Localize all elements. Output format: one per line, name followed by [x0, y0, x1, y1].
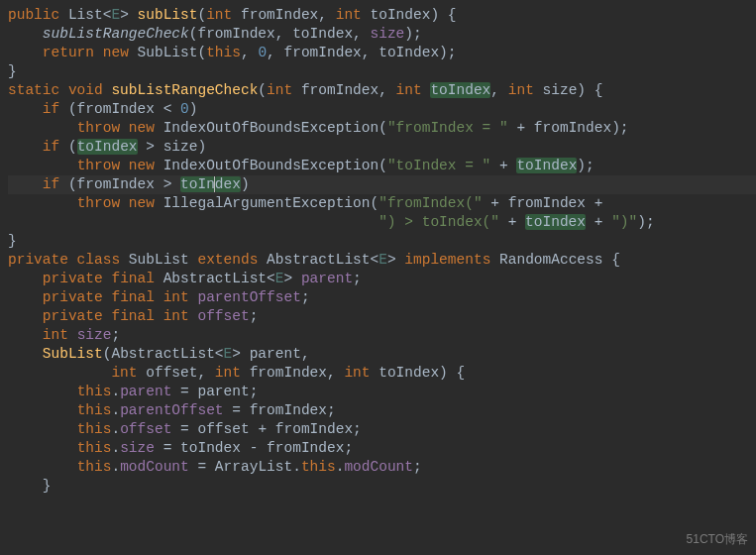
code-token: = toIndex - fromIndex;	[163, 440, 353, 456]
code-token: public	[8, 7, 68, 23]
code-token: parent	[301, 271, 353, 286]
code-token: parentOffset	[120, 402, 232, 418]
code-token: fromIndex,	[241, 7, 336, 23]
code-token: 0	[180, 101, 189, 117]
code-line[interactable]: this.parentOffset = fromIndex;	[8, 401, 756, 420]
code-token: E	[111, 7, 120, 23]
code-line[interactable]: this.parent = parent;	[8, 383, 756, 401]
code-line[interactable]: if (fromIndex < 0)	[8, 100, 756, 119]
code-line[interactable]: int offset, int fromIndex, int toIndex) …	[8, 364, 756, 383]
code-line[interactable]: this.offset = offset + fromIndex;	[8, 420, 756, 439]
code-token: 0	[258, 45, 267, 60]
code-line[interactable]: public List<E> subList(int fromIndex, in…	[8, 6, 756, 25]
code-line[interactable]: return new SubList(this, 0, fromIndex, t…	[8, 44, 756, 62]
code-token: + fromIndex +	[483, 195, 603, 211]
code-token: size	[370, 26, 404, 42]
code-token: toIndex	[525, 214, 586, 230]
code-line[interactable]: static void subListRangeCheck(int fromIn…	[8, 81, 756, 100]
code-token: List	[68, 7, 103, 23]
code-token: )	[189, 101, 198, 117]
code-token: );	[404, 26, 421, 42]
code-token: fromIndex,	[301, 82, 396, 98]
code-token: }	[8, 233, 17, 249]
code-token: int	[336, 7, 371, 23]
code-token: (fromIndex >	[68, 176, 180, 192]
code-token: , fromIndex, toIndex);	[267, 45, 456, 60]
code-token: IllegalArgumentException(	[163, 195, 379, 211]
code-token: int	[206, 7, 241, 23]
code-token: toIn	[180, 176, 215, 192]
code-line[interactable]: }	[8, 232, 756, 251]
code-token: IndexOutOfBoundsException(	[163, 120, 387, 136]
code-token: int	[396, 82, 431, 98]
code-token: ;	[413, 459, 422, 475]
code-token: this	[77, 459, 112, 475]
code-token: > parent,	[232, 346, 309, 362]
code-token: "fromIndex = "	[387, 120, 508, 136]
code-token: .	[111, 402, 120, 418]
code-line[interactable]: private final int parentOffset;	[8, 288, 756, 307]
code-editor[interactable]: public List<E> subList(int fromIndex, in…	[8, 6, 756, 496]
code-line[interactable]: if (fromIndex > toIndex)	[8, 175, 756, 194]
code-line[interactable]: private final AbstractList<E> parent;	[8, 270, 756, 288]
code-token: if	[43, 101, 68, 117]
code-token: if	[43, 139, 68, 155]
code-token: AbstractList<	[163, 271, 275, 286]
code-token: IndexOutOfBoundsException(	[163, 158, 387, 173]
code-line[interactable]: SubList(AbstractList<E> parent,	[8, 345, 756, 364]
code-line[interactable]: ") > toIndex(" + toIndex + ")");	[8, 213, 756, 232]
code-line[interactable]: this.modCount = ArrayList.this.modCount;	[8, 458, 756, 477]
code-token: int	[344, 365, 378, 381]
watermark: 51CTO博客	[687, 530, 748, 549]
code-token: int	[43, 327, 77, 343]
code-token: subList	[138, 7, 198, 23]
code-line[interactable]: this.size = toIndex - fromIndex;	[8, 439, 756, 458]
code-token: ;	[353, 271, 362, 286]
code-line[interactable]: private final int offset;	[8, 307, 756, 326]
code-token: (	[68, 139, 77, 155]
code-token: +	[586, 214, 611, 230]
code-token: extends	[197, 252, 267, 268]
code-token: int	[267, 82, 301, 98]
code-token: = parent;	[180, 384, 258, 399]
code-token: = ArrayList.	[197, 459, 300, 475]
code-line[interactable]: int size;	[8, 326, 756, 345]
code-token: SubList	[129, 252, 198, 268]
code-token: E	[378, 252, 387, 268]
code-line[interactable]: throw new IllegalArgumentException("from…	[8, 194, 756, 213]
code-token: (AbstractList<	[103, 346, 224, 362]
code-line[interactable]: private class SubList extends AbstractLi…	[8, 251, 756, 270]
code-token: ;	[111, 327, 120, 343]
code-line[interactable]: subListRangeCheck(fromIndex, toIndex, si…	[8, 25, 756, 44]
code-token: AbstractList<	[267, 252, 378, 268]
code-token: toIndex) {	[378, 365, 465, 381]
code-token: = fromIndex;	[232, 402, 335, 418]
code-token: private final int	[43, 289, 198, 305]
code-token: dex	[215, 176, 241, 192]
code-line[interactable]: if (toIndex > size)	[8, 138, 756, 157]
code-token: )	[241, 176, 250, 192]
code-token: fromIndex,	[250, 365, 345, 381]
code-token: throw new	[77, 195, 163, 211]
code-token: offset	[197, 308, 249, 324]
code-token: .	[111, 459, 120, 475]
code-token: private class	[8, 252, 129, 268]
code-token: ") > toIndex("	[378, 214, 499, 230]
code-token: private final	[43, 271, 163, 286]
code-token: > size)	[138, 139, 207, 155]
code-token: this	[77, 440, 112, 456]
code-token: = offset + fromIndex;	[180, 421, 362, 437]
code-line[interactable]: }	[8, 477, 756, 496]
code-token: size	[77, 327, 112, 343]
code-token: int	[508, 82, 543, 98]
code-token: subListRangeCheck	[111, 82, 258, 98]
code-token: + fromIndex);	[508, 120, 629, 136]
code-token: offset,	[146, 365, 215, 381]
code-line[interactable]: throw new IndexOutOfBoundsException("toI…	[8, 157, 756, 175]
code-line[interactable]: throw new IndexOutOfBoundsException("fro…	[8, 119, 756, 138]
code-token: >	[120, 7, 137, 23]
code-token: this	[206, 45, 241, 60]
code-token: if	[43, 176, 68, 192]
code-line[interactable]: }	[8, 62, 756, 81]
code-token: "toIndex = "	[387, 158, 490, 173]
